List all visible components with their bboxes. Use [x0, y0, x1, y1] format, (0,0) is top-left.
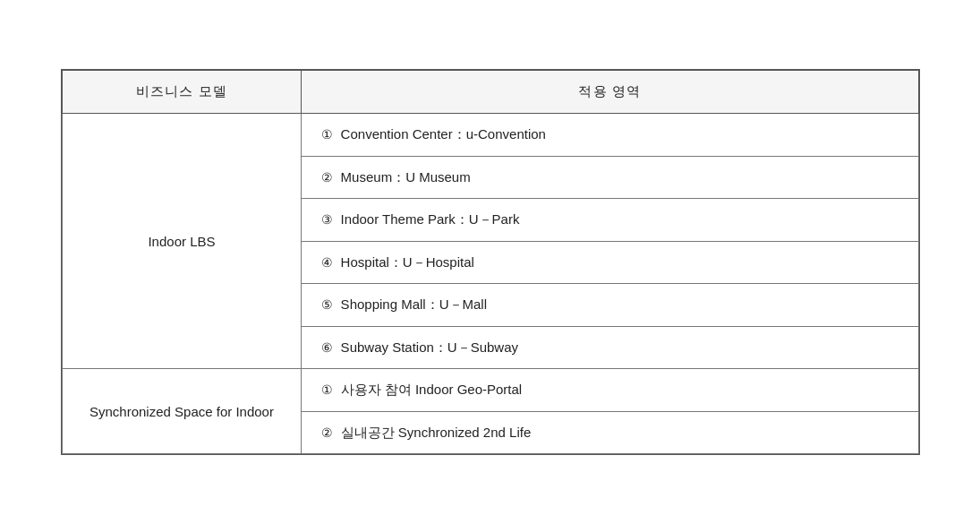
main-table-wrapper: 비즈니스 모델 적용 영역 Indoor LBS① Convention Cen… — [61, 69, 920, 455]
category-cell: Synchronized Space for Indoor — [62, 369, 302, 454]
item-cell: ⑤ Shopping Mall：U－Mall — [302, 284, 918, 327]
header-business-model: 비즈니스 모델 — [62, 71, 302, 114]
table-row: Synchronized Space for Indoor① 사용자 참여 In… — [62, 369, 918, 412]
business-model-table: 비즈니스 모델 적용 영역 Indoor LBS① Convention Cen… — [62, 70, 919, 454]
item-cell: ② 실내공간 Synchronized 2nd Life — [302, 411, 918, 454]
item-number: ② — [321, 170, 333, 185]
item-number: ⑥ — [321, 340, 333, 355]
header-application-area: 적용 영역 — [302, 71, 918, 114]
item-cell: ① 사용자 참여 Indoor Geo-Portal — [302, 369, 918, 412]
item-cell: ③ Indoor Theme Park：U－Park — [302, 199, 918, 242]
item-cell: ④ Hospital：U－Hospital — [302, 241, 918, 284]
category-cell: Indoor LBS — [62, 114, 302, 369]
item-cell: ① Convention Center：u-Convention — [302, 114, 918, 157]
table-row: Indoor LBS① Convention Center：u-Conventi… — [62, 114, 918, 157]
item-cell: ⑥ Subway Station：U－Subway — [302, 326, 918, 369]
item-number: ④ — [321, 255, 333, 270]
item-number: ⑤ — [321, 297, 333, 312]
item-number: ① — [321, 382, 333, 397]
item-number: ③ — [321, 212, 333, 227]
item-cell: ② Museum：U Museum — [302, 156, 918, 199]
item-number: ① — [321, 127, 333, 142]
item-number: ② — [321, 425, 333, 440]
